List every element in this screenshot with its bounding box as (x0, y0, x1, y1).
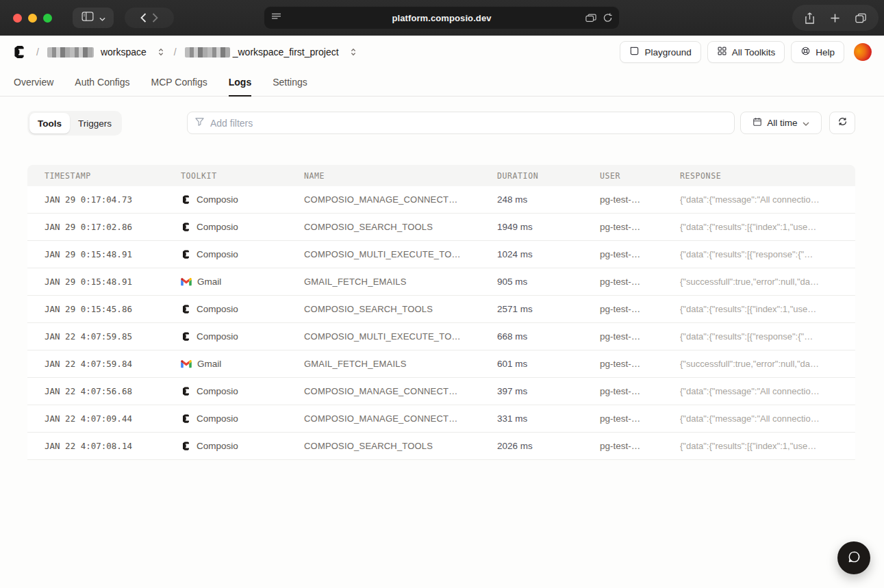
log-response: {"data":{"results":[{"response":{"… (680, 331, 855, 342)
log-response: {"data":{"results":[{"index":1,"use… (680, 222, 855, 232)
log-timestamp: JAN 22 4:07:56.68 (45, 386, 181, 396)
reader-icon[interactable] (271, 12, 281, 24)
new-tab-icon[interactable] (830, 13, 840, 23)
chat-fab[interactable] (837, 541, 870, 574)
refresh-button[interactable] (829, 112, 855, 134)
window-controls (13, 14, 52, 23)
log-user: pg-test-… (600, 386, 680, 396)
log-duration: 601 ms (497, 359, 600, 369)
col-name: NAME (304, 171, 497, 181)
minimize-window-button[interactable] (28, 14, 37, 23)
tab-logs[interactable]: Logs (229, 68, 251, 96)
log-user: pg-test-… (600, 359, 680, 369)
table-row[interactable]: JAN 29 0:17:02.86 Composio COMPOSIO_SEAR… (27, 214, 855, 241)
back-button[interactable] (140, 13, 147, 23)
logs-type-switcher: Tools Triggers (27, 111, 122, 136)
tab-settings[interactable]: Settings (273, 68, 307, 96)
log-name: COMPOSIO_SEARCH_TOOLS (304, 222, 497, 232)
table-row[interactable]: JAN 22 4:07:09.44 Composio COMPOSIO_MANA… (27, 405, 855, 433)
workspace-switcher[interactable] (156, 47, 166, 57)
close-window-button[interactable] (13, 14, 22, 23)
history-nav (125, 8, 174, 28)
table-row[interactable]: JAN 29 0:15:48.91 Composio COMPOSIO_MULT… (27, 241, 855, 268)
log-toolkit: Composio (197, 441, 238, 451)
share-icon[interactable] (805, 12, 815, 24)
chrome-right-actions (792, 5, 879, 31)
log-response: {"data":{"message":"All connectio… (680, 413, 855, 424)
reload-icon[interactable] (603, 13, 612, 23)
table-row[interactable]: JAN 22 4:07:59.85 Composio COMPOSIO_MULT… (27, 323, 855, 350)
composio-icon (181, 413, 191, 424)
log-user: pg-test-… (600, 331, 680, 342)
site-header: / workspace / _workspace_first_project P… (0, 36, 884, 68)
log-toolkit: Gmail (197, 277, 221, 287)
table-row[interactable]: JAN 29 0:17:04.73 Composio COMPOSIO_MANA… (27, 186, 855, 214)
composio-icon (181, 249, 191, 259)
log-toolkit: Composio (197, 331, 238, 342)
log-duration: 1024 ms (497, 249, 600, 259)
gmail-icon (181, 359, 192, 368)
composio-logo[interactable] (12, 44, 27, 60)
log-user: pg-test-… (600, 249, 680, 259)
tab-mcp-configs[interactable]: MCP Configs (151, 68, 207, 96)
all-toolkits-button[interactable]: All Toolkits (707, 41, 785, 63)
filter-funnel-icon (194, 116, 205, 129)
url-text: platform.composio.dev (264, 13, 619, 23)
playground-icon (629, 46, 640, 58)
log-name: GMAIL_FETCH_EMAILS (304, 277, 497, 287)
table-header-row: TIMESTAMP TOOLKIT NAME DURATION USER RES… (27, 165, 855, 186)
lifebuoy-icon (800, 46, 811, 58)
grid-icon (717, 46, 727, 58)
tab-overview-icon[interactable] (855, 13, 866, 23)
tab-group-icon[interactable] (585, 14, 596, 23)
log-toolkit: Composio (197, 386, 238, 396)
address-bar[interactable]: platform.composio.dev (264, 6, 620, 29)
log-duration: 248 ms (497, 194, 600, 205)
project-switcher[interactable] (349, 47, 358, 57)
log-duration: 331 ms (497, 413, 600, 424)
composio-icon (181, 304, 191, 314)
log-name: COMPOSIO_MANAGE_CONNECT… (304, 386, 497, 396)
composio-icon (181, 386, 191, 396)
playground-button[interactable]: Playground (620, 41, 700, 63)
composio-app: / workspace / _workspace_first_project P… (0, 36, 884, 588)
log-name: COMPOSIO_MULTI_EXECUTE_TO… (304, 331, 497, 342)
table-row[interactable]: JAN 29 0:15:48.91 Gmail GMAIL_FETCH_EMAI… (27, 268, 855, 296)
time-range-dropdown[interactable]: All time (740, 112, 822, 134)
col-response: RESPONSE (680, 171, 855, 181)
table-row[interactable]: JAN 22 4:07:56.68 Composio COMPOSIO_MANA… (27, 378, 855, 405)
log-timestamp: JAN 22 4:07:09.44 (45, 413, 181, 424)
table-row[interactable]: JAN 22 4:07:08.14 Composio COMPOSIO_SEAR… (27, 433, 855, 460)
log-timestamp: JAN 29 0:15:48.91 (45, 249, 181, 259)
table-row[interactable]: JAN 22 4:07:59.84 Gmail GMAIL_FETCH_EMAI… (27, 350, 855, 378)
tools-segment[interactable]: Tools (29, 113, 70, 133)
tab-auth-configs[interactable]: Auth Configs (75, 68, 129, 96)
log-timestamp: JAN 22 4:07:08.14 (45, 441, 181, 451)
log-duration: 2571 ms (497, 304, 600, 314)
log-timestamp: JAN 29 0:17:04.73 (45, 194, 181, 205)
refresh-icon (837, 116, 848, 129)
composio-icon (181, 441, 191, 451)
triggers-segment[interactable]: Triggers (70, 113, 120, 133)
tab-overview[interactable]: Overview (14, 68, 53, 96)
log-timestamp: JAN 22 4:07:59.84 (45, 359, 181, 369)
log-timestamp: JAN 22 4:07:59.85 (45, 331, 181, 342)
add-filters-field[interactable] (187, 112, 735, 134)
log-user: pg-test-… (600, 222, 680, 232)
help-button[interactable]: Help (791, 41, 844, 63)
log-duration: 905 ms (497, 277, 600, 287)
forward-button[interactable] (152, 13, 158, 23)
table-row[interactable]: JAN 29 0:15:45.86 Composio COMPOSIO_SEAR… (27, 296, 855, 323)
workspace-label: workspace (101, 47, 147, 57)
header-actions: Playground All Toolkits Help (620, 41, 872, 63)
browser-chrome: platform.composio.dev (0, 0, 884, 36)
sidebar-toggle-button[interactable] (73, 8, 114, 28)
add-filters-input[interactable] (210, 118, 727, 129)
log-duration: 1949 ms (497, 222, 600, 232)
log-toolkit: Composio (197, 194, 238, 205)
breadcrumb: / workspace / _workspace_first_project (35, 47, 358, 57)
log-name: COMPOSIO_SEARCH_TOOLS (304, 304, 497, 314)
redacted-workspace-name (47, 47, 94, 57)
user-avatar[interactable] (854, 43, 872, 61)
zoom-window-button[interactable] (43, 14, 52, 23)
